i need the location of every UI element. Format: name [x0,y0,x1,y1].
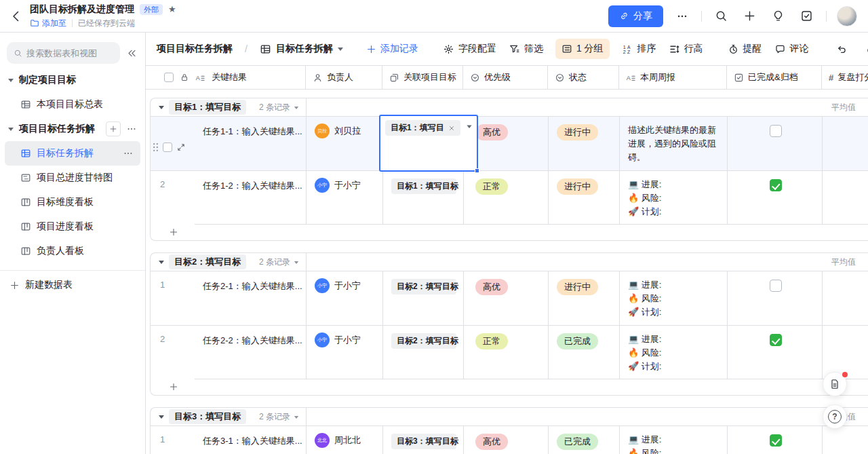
row-number[interactable]: 1 [151,426,195,454]
cell-key-result[interactable]: 任务3-1：输入关键结果... [195,426,306,454]
cell-owner[interactable]: 小宁 于小宁 [306,326,382,379]
field-config-button[interactable]: 字段配置 [443,43,496,55]
more-button[interactable] [673,7,691,25]
sidebar-item-owner-kanban[interactable]: 负责人看板 [0,239,145,263]
view-more-button[interactable] [123,148,134,159]
column-header-priority[interactable]: 优先级 [462,66,547,89]
add-to-button[interactable]: 添加至 [30,18,66,29]
group-summary[interactable]: 平均值 [306,253,868,271]
cell-related-goal[interactable]: 目标1：填写目标 [382,171,463,224]
row-number[interactable]: 2 [151,326,195,379]
todo-button[interactable] [797,7,816,25]
sort-button[interactable]: 1A2Z 排序 [622,43,656,55]
star-icon[interactable]: ★ [168,5,176,14]
row-number[interactable]: 2 [151,171,195,224]
add-view-button[interactable] [106,121,121,136]
row-checkbox[interactable] [163,143,172,152]
cell-status[interactable]: 已完成 [548,326,619,379]
record-count[interactable]: 2 条记录 [259,257,306,268]
record-log-float-button[interactable] [823,372,847,396]
cell-related-goal[interactable]: 目标2：填写目标 [382,271,463,325]
column-header-weekly-report[interactable]: A 本周周报 [618,66,726,89]
expand-record-icon[interactable] [176,143,186,152]
cell-review-score[interactable] [822,326,868,379]
linked-record-tag[interactable]: 目标1：填写目 [385,120,460,136]
cell-priority[interactable]: 正常 [463,171,548,224]
cell-key-result[interactable]: 任务1-1：输入关键结果... [195,117,306,170]
column-header-status[interactable]: 状态 [547,66,618,89]
add-row-button[interactable] [151,224,868,240]
cell-weekly-report[interactable]: 💻 进展: 🔥 风险: 🚀 计划: [619,171,727,224]
help-float-button[interactable]: ? [823,404,847,429]
section-more-button[interactable] [126,124,137,134]
cell-related-goal[interactable]: 目标2：填写目标 [382,326,463,379]
cell-status[interactable]: 进行中 [548,271,619,325]
drag-handle-icon[interactable] [153,143,159,152]
link-cell-editor[interactable]: 目标1：填写目 [379,115,478,172]
share-button[interactable]: 分享 [608,5,663,27]
cell-done-archived[interactable] [727,326,822,379]
record-count[interactable]: 2 条记录 [259,411,306,423]
row-height-button[interactable]: 行高 [669,43,703,55]
cell-priority[interactable]: 高优 [463,271,548,325]
cell-done-archived[interactable] [727,271,822,325]
cell-done-archived[interactable] [727,117,822,170]
cell-review-score[interactable] [822,271,868,325]
cell-priority[interactable]: 高优 [463,426,548,454]
column-header-key-result[interactable]: A 关键结果 [146,66,305,89]
search-input[interactable] [26,48,113,58]
view-switcher[interactable]: 目标任务拆解 [260,43,343,55]
remove-option-icon[interactable] [448,125,455,132]
cell-key-result[interactable]: 任务1-2：输入关键结果... [195,171,306,224]
row-number[interactable]: 1 [151,271,195,325]
search-button[interactable] [712,7,730,25]
linked-record-tag[interactable]: 目标1：填写目标 [391,178,456,194]
group-name-tag[interactable]: 目标2：填写目标 [169,254,246,269]
cell-owner[interactable]: 小宁 于小宁 [306,171,382,224]
sidebar-search[interactable] [7,42,120,64]
undo-button[interactable] [833,41,850,58]
linked-record-tag[interactable]: 目标2：填写目标 [391,279,456,295]
cell-status[interactable]: 已完成 [548,426,619,454]
column-header-owner[interactable]: 负责人 [305,66,382,89]
cell-owner[interactable]: 北北 周北北 [306,426,382,454]
done-checkbox[interactable] [770,125,782,137]
back-button[interactable] [7,7,26,26]
cell-owner[interactable]: 小宁 于小宁 [306,271,382,325]
collapse-group-icon[interactable] [159,415,164,421]
sidebar-item-goal-task-breakdown[interactable]: 目标任务拆解 [5,141,140,166]
group-summary[interactable]: 平均值 [306,408,868,425]
row-controls[interactable] [151,117,195,170]
add-record-button[interactable]: 添加记录 [366,43,418,55]
cell-weekly-report[interactable]: 描述此关键结果的最新进展，遇到的风险或阻碍。 [619,117,727,170]
cell-priority[interactable]: 正常 [463,326,548,379]
group-name-tag[interactable]: 目标3：填写目标 [169,409,246,424]
group-name-tag[interactable]: 目标1：填写目标 [169,100,246,115]
comment-button[interactable]: 评论 [774,43,809,55]
cell-review-score[interactable] [822,117,868,170]
linked-record-tag[interactable]: 目标3：填写目标 [391,434,456,449]
collapse-group-icon[interactable] [159,261,164,267]
column-header-review-score[interactable]: # 复盘打分 [821,66,868,89]
cell-key-result[interactable]: 任务2-2：输入关键结果... [195,326,306,379]
chevron-down-icon[interactable] [467,125,471,130]
done-checkbox[interactable] [770,179,782,191]
fill-handle[interactable] [475,168,479,173]
cell-status[interactable]: 进行中 [548,117,619,170]
cell-done-archived[interactable] [727,426,822,454]
new-table-button[interactable]: 新建数据表 [0,273,145,297]
linked-record-tag[interactable]: 目标2：填写目标 [391,333,456,349]
cell-weekly-report[interactable]: 💻 进展: 🔥 风险: 🚀 计划: [619,271,727,325]
cell-weekly-report[interactable]: 💻 进展: 🔥 风险: 🚀 计划: [619,326,727,379]
cell-owner[interactable]: 贝拉 刘贝拉 [306,117,382,170]
sidebar-item-progress-kanban[interactable]: 项目进度看板 [0,214,145,239]
add-row-button[interactable] [151,379,868,395]
cell-done-archived[interactable] [727,171,822,224]
record-count[interactable]: 2 条记录 [259,102,306,113]
group-button[interactable]: 1 分组 [555,39,610,59]
sidebar-item-gantt-view[interactable]: 项目总进度甘特图 [0,166,145,190]
sidebar-item-goal-dimension-kanban[interactable]: 目标维度看板 [0,190,145,214]
cell-weekly-report[interactable]: 💻 进展: 🔥 风险: 🚀 计划: [619,426,727,454]
sidebar-section-task-breakdown[interactable]: 项目目标任务拆解 [0,117,145,141]
column-header-related-goal[interactable]: 关联项目目标 [382,66,462,89]
